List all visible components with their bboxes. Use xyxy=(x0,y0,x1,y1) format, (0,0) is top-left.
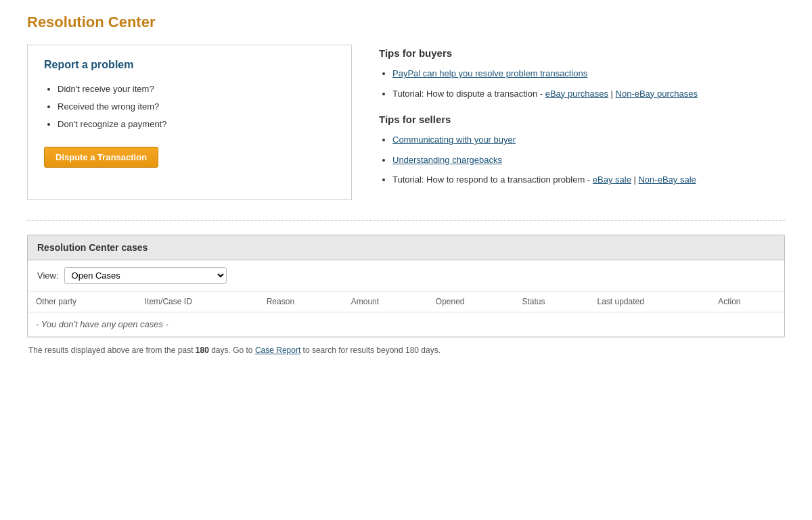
col-reason: Reason xyxy=(258,291,343,312)
communicating-buyer-link[interactable]: Communicating with your buyer xyxy=(392,135,516,145)
cases-table: Other party Item/Case ID Reason Amount O… xyxy=(28,291,784,337)
cases-heading: Resolution Center cases xyxy=(37,242,775,253)
tutorial-sellers-prefix: Tutorial: How to respond to a transactio… xyxy=(392,174,593,185)
report-panel-list: Didn't receive your item? Received the w… xyxy=(58,80,335,133)
cases-header: Resolution Center cases xyxy=(28,235,784,260)
col-item-case-id: Item/Case ID xyxy=(137,291,258,312)
tips-buyers-list: PayPal can help you resolve problem tran… xyxy=(392,67,785,100)
paypal-resolve-link[interactable]: PayPal can help you resolve problem tran… xyxy=(392,68,587,78)
list-item: Didn't receive your item? xyxy=(58,80,335,98)
ebay-purchases-link[interactable]: eBay purchases xyxy=(545,89,608,99)
page-title: Resolution Center xyxy=(27,14,785,31)
tips-sellers-item-2: Understanding chargebacks xyxy=(392,153,785,167)
tips-sellers-item-1: Communicating with your buyer xyxy=(392,133,785,147)
tips-buyers-item-1: PayPal can help you resolve problem tran… xyxy=(392,67,785,80)
col-action: Action xyxy=(710,291,784,312)
col-opened: Opened xyxy=(428,291,514,312)
tips-buyers-item-2: Tutorial: How to dispute a transaction -… xyxy=(392,87,785,101)
tips-panel: Tips for buyers PayPal can help you reso… xyxy=(379,45,785,200)
footer-prefix: The results displayed above are from the… xyxy=(28,346,196,355)
empty-message: - You don't have any open cases - xyxy=(28,312,784,336)
filter-label: View: xyxy=(37,270,59,281)
footer-note: The results displayed above are from the… xyxy=(27,346,785,355)
section-divider xyxy=(27,220,785,221)
tips-sellers-item-3: Tutorial: How to respond to a transactio… xyxy=(392,173,785,187)
tutorial-sellers-separator: | xyxy=(631,174,639,185)
cases-table-header: Other party Item/Case ID Reason Amount O… xyxy=(28,291,784,312)
col-last-updated: Last updated xyxy=(589,291,710,312)
understanding-chargebacks-link[interactable]: Understanding chargebacks xyxy=(392,155,502,165)
tutorial-buyers-separator: | xyxy=(608,89,616,99)
cases-table-header-row: Other party Item/Case ID Reason Amount O… xyxy=(28,291,784,312)
col-status: Status xyxy=(514,291,589,312)
cases-table-body: - You don't have any open cases - xyxy=(28,312,784,336)
non-ebay-sale-link[interactable]: Non-eBay sale xyxy=(638,174,696,185)
footer-days: 180 xyxy=(196,346,209,355)
non-ebay-purchases-link[interactable]: Non-eBay purchases xyxy=(616,89,698,99)
col-amount: Amount xyxy=(343,291,428,312)
dispute-transaction-button[interactable]: Dispute a Transaction xyxy=(44,147,158,168)
view-cases-select[interactable]: Open Cases Closed Cases All Cases xyxy=(64,267,227,284)
cases-section: Resolution Center cases View: Open Cases… xyxy=(27,235,785,337)
report-panel: Report a problem Didn't receive your ite… xyxy=(27,45,352,200)
tips-sellers-heading: Tips for sellers xyxy=(379,114,785,125)
report-panel-heading: Report a problem xyxy=(44,59,335,71)
ebay-sale-link[interactable]: eBay sale xyxy=(593,174,631,185)
footer-suffix-after-link: to search for results beyond 180 days. xyxy=(300,346,441,355)
cases-filter-bar: View: Open Cases Closed Cases All Cases xyxy=(28,260,784,291)
tips-buyers-heading: Tips for buyers xyxy=(379,47,785,59)
tips-sellers-list: Communicating with your buyer Understand… xyxy=(392,133,785,187)
top-section: Report a problem Didn't receive your ite… xyxy=(27,45,785,200)
list-item: Received the wrong item? xyxy=(58,98,335,116)
footer-suffix-before-link: days. Go to xyxy=(209,346,255,355)
col-other-party: Other party xyxy=(28,291,137,312)
case-report-link[interactable]: Case Report xyxy=(255,346,300,355)
table-row-empty: - You don't have any open cases - xyxy=(28,312,784,336)
list-item: Don't recognize a payment? xyxy=(58,116,335,133)
tutorial-buyers-prefix: Tutorial: How to dispute a transaction - xyxy=(392,89,545,99)
